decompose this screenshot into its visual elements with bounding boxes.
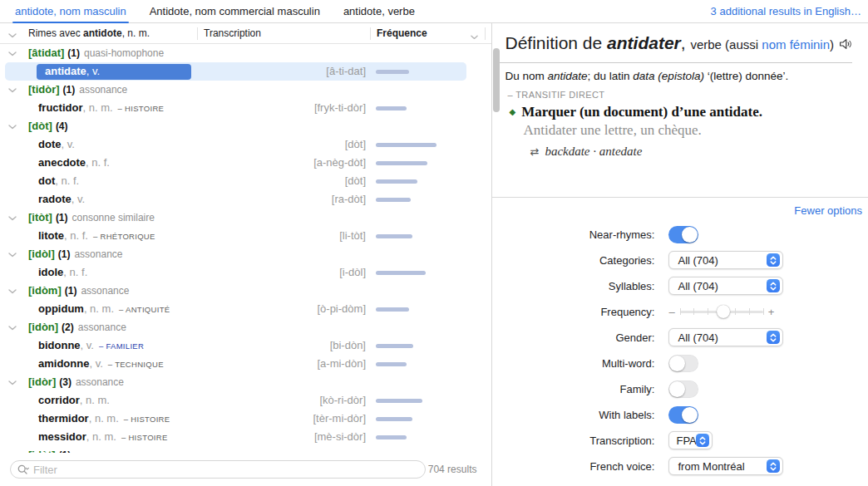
- chevron-down-icon[interactable]: [8, 282, 17, 300]
- french-voice-select[interactable]: from Montréal: [668, 457, 783, 475]
- tab-antidote-nom-commercial-masculin[interactable]: Antidote, nom commercial masculin: [150, 0, 320, 23]
- rhyme-group-row[interactable]: [dòt](4): [0, 117, 491, 135]
- categories-select[interactable]: All (704): [668, 251, 783, 269]
- rhyme-group-row[interactable]: [tidòr](1)assonance: [0, 81, 491, 99]
- rhyme-count: (1): [56, 212, 68, 223]
- speaker-icon[interactable]: [838, 35, 853, 54]
- word-row[interactable]: radote, v.[ra-dòt]: [0, 190, 491, 209]
- chevron-down-icon[interactable]: [8, 318, 17, 336]
- options-section: Fewer options Near-rhymes:Categories:All…: [492, 197, 868, 486]
- slider-plus: +: [768, 306, 775, 318]
- word-text: thermidor, n. m.– HISTOIRE: [38, 410, 170, 429]
- slider-thumb[interactable]: [717, 305, 730, 318]
- rhyme-kind: quasi-homophone: [84, 47, 164, 59]
- word-row[interactable]: corridor, n. m.[kò-ri-dòr]: [0, 391, 491, 410]
- word-row[interactable]: bidonne, v.– FAMILIER[bi-dòn]: [0, 336, 491, 355]
- rhyme-group-row[interactable]: [idòm](1)assonance: [0, 282, 491, 300]
- word-row[interactable]: anecdote, n. f.[a-nèg-dòt]: [0, 154, 491, 172]
- rhyme-group-row[interactable]: [idòl](1)assonance: [0, 245, 491, 263]
- with-labels-label: With labels:: [492, 409, 654, 421]
- word-row[interactable]: thermidor, n. m.– HISTOIRE[tèr-mi-dòr]: [0, 410, 491, 428]
- nom-feminin-link[interactable]: nom féminin: [762, 37, 830, 52]
- near-rhymes-label: Near-rhymes:: [492, 228, 654, 241]
- option-row-family: Family:: [492, 380, 868, 398]
- transcription: [fryk-ti-dòr]: [200, 99, 366, 117]
- multi-word-toggle[interactable]: [668, 355, 698, 372]
- filter-field[interactable]: [10, 460, 426, 479]
- transcription: [ra-dòt]: [200, 190, 366, 209]
- rhyme-list-panel: Rimes avec antidote, n. m. Transcription…: [0, 23, 492, 486]
- chevron-down-icon[interactable]: [8, 245, 17, 263]
- chevron-down-icon[interactable]: [8, 44, 17, 62]
- detail-panel: Définition de antidater, verbe (aussi no…: [492, 23, 868, 486]
- chevron-down-icon[interactable]: [8, 209, 17, 227]
- sort-chevron-icon[interactable]: [471, 31, 478, 42]
- rhyme-count: (1): [65, 285, 77, 297]
- title-comma: ,: [681, 33, 691, 52]
- rhyme-pattern: [itòt]: [28, 211, 52, 223]
- column-header-row: Rimes avec antidote, n. m. Transcription…: [0, 23, 491, 44]
- tab-antidote-nom-masculin[interactable]: antidote, nom masculin: [15, 0, 126, 23]
- column-rhymes[interactable]: Rimes avec antidote, n. m.: [28, 23, 150, 43]
- word-row[interactable]: fructidor, n. m.– HISTOIRE[fryk-ti-dòr]: [0, 99, 491, 117]
- stepper-icon: [767, 331, 780, 344]
- word-text: anecdote, n. f.: [38, 154, 110, 172]
- word-row[interactable]: dot, n. f.[dòt]: [0, 172, 491, 190]
- with-labels-toggle[interactable]: [668, 406, 698, 424]
- stepper-icon: [767, 459, 780, 473]
- frequency-bar: [376, 362, 407, 366]
- rhyme-group-row[interactable]: [idòn](2)assonance: [0, 318, 491, 336]
- syllables-select[interactable]: All (704): [668, 277, 783, 295]
- toggle-knob: [682, 407, 698, 423]
- slider-track[interactable]: [680, 311, 763, 313]
- chevron-down-icon[interactable]: [8, 117, 17, 135]
- rhyme-group-row[interactable]: [âtidat](1)quasi-homophone: [0, 44, 491, 62]
- main-split: Rimes avec antidote, n. m. Transcription…: [0, 23, 868, 486]
- word-row[interactable]: messidor, n. m.– HISTOIRE[mè-si-dòr]: [0, 428, 491, 446]
- word-row[interactable]: litote, n. f.– RHÉTORIQUE[li-tòt]: [0, 227, 491, 245]
- rhyme-pattern: [idòn]: [28, 321, 58, 333]
- frequency-slider[interactable]: –+: [668, 306, 774, 318]
- more-results-link[interactable]: 3 additional results in English…: [711, 5, 868, 17]
- chevron-down-icon[interactable]: [8, 446, 17, 453]
- column-frequency[interactable]: Fréquence: [377, 23, 427, 43]
- stepper-icon: [767, 279, 780, 292]
- family-toggle[interactable]: [668, 380, 698, 398]
- tab-bar: antidote, nom masculinAntidote, nom comm…: [0, 0, 868, 23]
- tab-antidote-verbe[interactable]: antidote, verbe: [343, 0, 415, 23]
- chevron-down-icon[interactable]: [8, 81, 17, 99]
- frequency-bar: [376, 271, 426, 275]
- chevron-down-icon[interactable]: [8, 29, 17, 41]
- tab-strip: antidote, nom masculinAntidote, nom comm…: [0, 0, 438, 23]
- rhyme-group-row[interactable]: [idòt](1): [0, 446, 491, 453]
- rhyme-kind: consonne similaire: [72, 212, 155, 223]
- multi-word-label: Multi-word:: [492, 357, 654, 370]
- frequency-bar: [376, 399, 422, 403]
- scrollbar-thumb[interactable]: [493, 48, 500, 112]
- rhyme-count: (1): [67, 47, 80, 59]
- filter-input[interactable]: [29, 464, 418, 476]
- frequency-bar: [376, 161, 427, 165]
- fewer-options-link[interactable]: Fewer options: [794, 204, 862, 217]
- gender-select[interactable]: All (704): [668, 328, 783, 346]
- transcription: [dòt]: [200, 135, 366, 154]
- word-row[interactable]: dote, v.[dòt]: [0, 135, 491, 154]
- transcription: [â-ti-dat]: [200, 62, 366, 81]
- rhyme-kind: assonance: [76, 376, 124, 388]
- word-row[interactable]: idole, n. f.[i-dòl]: [0, 263, 491, 282]
- word-text: corridor, n. m.: [38, 391, 110, 410]
- column-transcription[interactable]: Transcription: [204, 23, 261, 43]
- word-row[interactable]: amidonne, v.– TECHNIQUE[a-mi-dòn]: [0, 355, 491, 373]
- chevron-down-icon[interactable]: [8, 373, 17, 391]
- select-value: All (704): [678, 280, 718, 292]
- transcription-select[interactable]: FPA: [668, 431, 713, 449]
- near-rhymes-toggle[interactable]: [668, 226, 698, 243]
- frequency-bar: [376, 106, 407, 110]
- transcription: [kò-ri-dòr]: [200, 391, 366, 410]
- rhyme-group-row[interactable]: [itòt](1)consonne similaire: [0, 209, 491, 227]
- option-row-categories: Categories:All (704): [492, 251, 868, 269]
- word-row[interactable]: antidate, v.[â-ti-dat]: [0, 62, 491, 81]
- rhyme-pattern: [idòr]: [28, 376, 56, 388]
- word-row[interactable]: oppidum, n. m.– ANTIQUITÉ[ò-pi-dòm]: [0, 300, 491, 318]
- rhyme-group-row[interactable]: [idòr](3)assonance: [0, 373, 491, 391]
